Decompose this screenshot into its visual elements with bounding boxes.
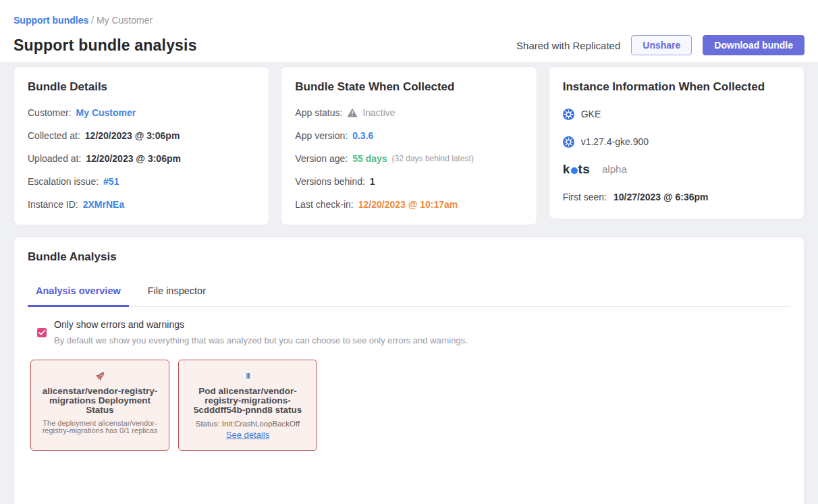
- collected-at-row: Collected at: 12/20/2023 @ 3:06pm: [28, 129, 255, 142]
- page-title: Support bundle analysis: [13, 36, 197, 55]
- versions-behind-label: Versions behind:: [295, 175, 365, 188]
- breadcrumb-separator: /: [91, 15, 97, 26]
- issues-row: alicenstar/vendor-registry-migrations De…: [30, 360, 790, 451]
- issue-title: alicenstar/vendor-registry-migrations De…: [40, 387, 160, 415]
- first-seen-label: First seen:: [563, 189, 607, 205]
- uploaded-at-label: Uploaded at:: [28, 152, 81, 165]
- first-seen-row: First seen: 10/27/2023 @ 6:36pm: [563, 189, 790, 205]
- issue-card-pod-status[interactable]: Pod alicenstar/vendor-registry-migration…: [178, 360, 317, 451]
- uploaded-at-value: 12/20/2023 @ 3:06pm: [86, 152, 181, 165]
- app-version-row: App version: 0.3.6: [295, 129, 522, 142]
- breadcrumb-current: My Customer: [97, 15, 153, 26]
- download-bundle-button[interactable]: Download bundle: [703, 35, 805, 55]
- instance-info-title: Instance Information When Collected: [563, 80, 790, 94]
- versions-behind-value: 1: [370, 175, 375, 188]
- first-seen-value: 10/27/2023 @ 6:36pm: [614, 189, 709, 205]
- app-status-label: App status:: [295, 106, 342, 119]
- last-checkin-value: 12/20/2023 @ 10:17am: [358, 198, 458, 211]
- version-age-row: Version age: 55 days (32 days behind lat…: [295, 152, 522, 165]
- filter-description: By default we show you everything that w…: [54, 335, 468, 345]
- kots-o-dot: [571, 167, 578, 174]
- bundle-analysis-title: Bundle Analysis: [28, 250, 790, 264]
- escalation-issue-row: Escalation issue: #51: [28, 175, 255, 188]
- issue-title: Pod alicenstar/vendor-registry-migration…: [188, 387, 308, 415]
- header-actions: Shared with Replicated Unshare Download …: [516, 35, 805, 55]
- kots-logo: kts: [563, 161, 590, 177]
- issue-status: Status: Init:CrashLoopBackOff: [188, 420, 308, 428]
- instance-id-row: Instance ID: 2XMrNEa: [28, 198, 255, 211]
- kubernetes-icon: [563, 136, 574, 148]
- distribution-value: GKE: [581, 106, 601, 122]
- rocket-icon: [40, 369, 160, 383]
- last-checkin-row: Last check-in: 12/20/2023 @ 10:17am: [295, 198, 522, 211]
- bundle-state-card: Bundle State When Collected App status: …: [281, 66, 537, 225]
- customer-label: Customer:: [28, 106, 72, 119]
- collected-at-value: 12/20/2023 @ 3:06pm: [85, 129, 180, 142]
- versions-behind-row: Versions behind: 1: [295, 175, 522, 188]
- kots-row: kts alpha: [563, 161, 790, 177]
- escalation-issue-link[interactable]: #51: [103, 175, 119, 188]
- bundle-details-title: Bundle Details: [28, 80, 255, 94]
- instance-id-link[interactable]: 2XMrNEa: [83, 198, 124, 211]
- instance-id-label: Instance ID:: [28, 198, 78, 211]
- only-errors-checkbox[interactable]: [37, 328, 47, 337]
- app-version-label: App version:: [295, 129, 348, 142]
- page-header: Support bundles / My Customer Support bu…: [0, 0, 818, 62]
- instance-info-card: Instance Information When Collected GKE …: [549, 66, 805, 219]
- version-age-value: 55 days: [352, 152, 387, 165]
- last-checkin-label: Last check-in:: [295, 198, 353, 211]
- app-status-row: App status: Inactive: [295, 106, 522, 119]
- tab-analysis-overview[interactable]: Analysis overview: [28, 285, 129, 307]
- escalation-issue-label: Escalation issue:: [28, 175, 99, 188]
- collected-at-label: Collected at:: [28, 129, 80, 142]
- analysis-tabbar: Analysis overview File inspector: [28, 285, 790, 307]
- summary-cards-row: Bundle Details Customer: My Customer Col…: [13, 66, 805, 225]
- customer-row: Customer: My Customer: [28, 106, 255, 119]
- issue-detail: The deployment alicenstar/vendor-registr…: [40, 420, 160, 435]
- shared-status-text: Shared with Replicated: [516, 40, 620, 51]
- filter-label[interactable]: Only show errors and warnings: [54, 319, 468, 331]
- tab-file-inspector[interactable]: File inspector: [140, 285, 214, 306]
- kubernetes-icon: [563, 109, 574, 120]
- distribution-row: GKE: [563, 106, 790, 122]
- k8s-version-value: v1.27.4-gke.900: [581, 134, 649, 150]
- pod-icon: [188, 369, 308, 383]
- app-status-value: Inactive: [362, 106, 395, 119]
- bundle-analysis-card: Bundle Analysis Analysis overview File i…: [13, 236, 805, 504]
- uploaded-at-row: Uploaded at: 12/20/2023 @ 3:06pm: [28, 152, 255, 165]
- warning-triangle-icon: [347, 108, 358, 117]
- version-age-label: Version age:: [295, 152, 348, 165]
- k8s-version-row: v1.27.4-gke.900: [563, 134, 790, 150]
- bundle-state-title: Bundle State When Collected: [295, 80, 522, 94]
- issue-card-deployment-status[interactable]: alicenstar/vendor-registry-migrations De…: [30, 360, 169, 451]
- breadcrumb: Support bundles / My Customer: [13, 15, 805, 26]
- bundle-details-card: Bundle Details Customer: My Customer Col…: [13, 66, 269, 225]
- breadcrumb-link-support-bundles[interactable]: Support bundles: [13, 15, 88, 26]
- unshare-button[interactable]: Unshare: [631, 35, 692, 55]
- version-age-note: (32 days behind latest): [392, 152, 474, 165]
- kots-channel-label: alpha: [602, 161, 627, 177]
- errors-warnings-filter: Only show errors and warnings By default…: [37, 319, 790, 345]
- customer-link[interactable]: My Customer: [76, 106, 136, 119]
- see-details-link[interactable]: See details: [226, 430, 269, 440]
- app-version-link[interactable]: 0.3.6: [352, 129, 373, 142]
